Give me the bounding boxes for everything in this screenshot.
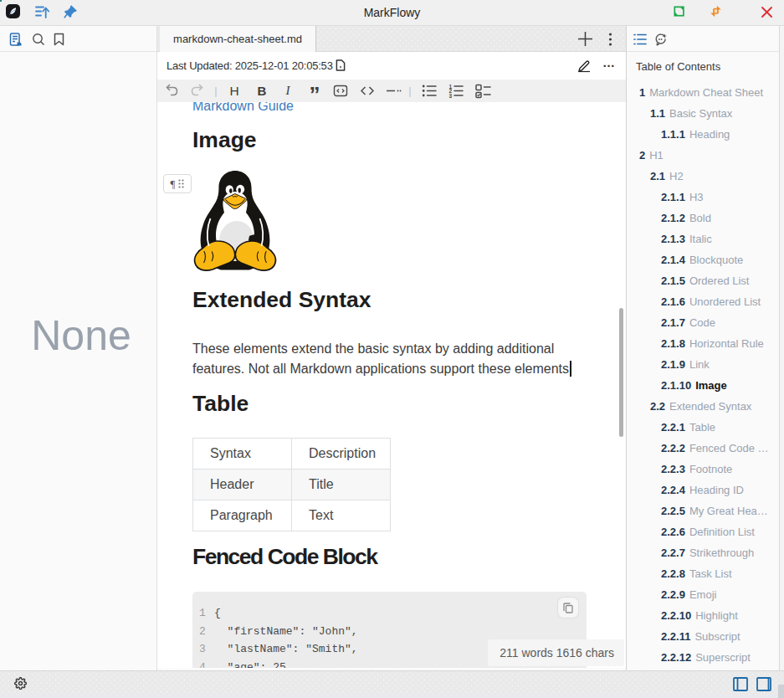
svg-text:3: 3 <box>449 93 453 99</box>
